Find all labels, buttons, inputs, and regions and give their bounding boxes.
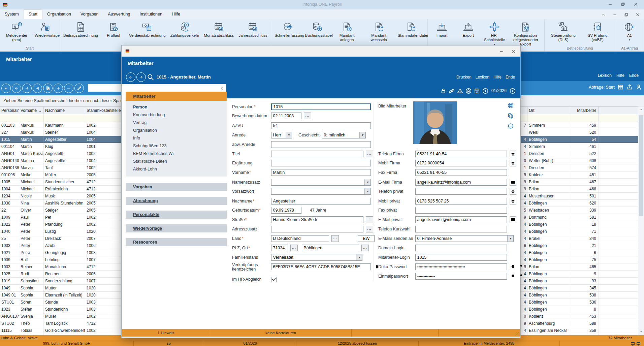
table-row[interactable]: 6 Böblingen 21 — [521, 242, 638, 249]
table-row[interactable]: ANG0138 Marvin Tarif 1002 — [0, 164, 121, 171]
dialog-link[interactable]: Ende — [506, 75, 515, 80]
minimize-icon[interactable] — [608, 1, 613, 6]
table-row[interactable]: 1 Dresden 574 — [521, 164, 638, 171]
copy-record-icon[interactable] — [43, 84, 53, 93]
land-input[interactable]: D Deutschland — [271, 235, 329, 242]
sidebar-item[interactable]: Statistische Daten — [126, 158, 227, 165]
add-record-icon[interactable] — [54, 84, 63, 93]
table-row[interactable]: 9 Brilon 468 — [521, 186, 638, 193]
region-input[interactable]: BW — [358, 235, 375, 242]
filter-row[interactable] — [521, 114, 638, 122]
table-row[interactable]: 1234 Nicole Musk 2005 — [0, 193, 121, 200]
table-row[interactable]: 4 Böblingen 71 — [521, 228, 638, 235]
column-header[interactable] — [521, 107, 527, 114]
column-header[interactable]: Mitarbeiter — [569, 107, 599, 114]
table-row[interactable]: 1023 Stefan Stundenlohn 1003 — [0, 306, 121, 313]
resize-grip[interactable] — [515, 332, 519, 336]
fax-privat-input[interactable] — [415, 207, 507, 214]
phone-icon[interactable] — [510, 160, 516, 166]
table-row[interactable]: 4 Böblingen 8 — [521, 306, 638, 313]
ribbon-button[interactable]: SV-Prüfung (euBP) — [581, 20, 614, 45]
mobil-privat-input[interactable]: 0173 525 587 25 — [415, 198, 507, 205]
anrede-select[interactable]: Herr — [271, 132, 292, 138]
person-icon[interactable] — [465, 88, 472, 94]
plz-input[interactable]: 71034 — [271, 245, 288, 251]
header-link[interactable]: Ende — [629, 73, 639, 78]
close-icon[interactable] — [633, 1, 639, 6]
sidebar-group[interactable]: Personalakte — [126, 211, 227, 219]
familienstand-select[interactable]: Verheiratet — [271, 254, 362, 261]
lookup-icon[interactable] — [290, 245, 298, 251]
telefon-firma-input[interactable]: 05221 91 40-54 — [415, 151, 507, 157]
vorname-input[interactable]: Martin — [271, 169, 371, 176]
table-row[interactable]: 0 Koblenz 453 — [521, 313, 638, 320]
grid-view-icon[interactable] — [617, 84, 624, 90]
table-row[interactable]: ANG0137 Svenja Müller 1002 — [0, 313, 121, 320]
menu-tab[interactable]: Start — [24, 9, 42, 19]
namenszusatz-select[interactable] — [271, 179, 371, 186]
ribbon-button[interactable]: Schnellerfassung — [272, 20, 303, 41]
ribbon-button[interactable]: 31 Monatsabschluss — [201, 20, 236, 41]
vorsatzwort-select[interactable] — [271, 188, 371, 195]
restore-icon[interactable] — [620, 1, 626, 6]
table-row[interactable]: STU02 Theo Tarif Logistik 4712 — [0, 320, 121, 327]
doku-passwort-input[interactable]: ●●●●●●●●●●●●●●●●●●●●●●●●●●●●●●●●●●●●●● — [415, 263, 507, 270]
lookup-icon[interactable] — [366, 151, 373, 157]
table-row[interactable]: 4 Böblingen 9 — [521, 271, 638, 278]
table-row[interactable]: 22 Oliver Steiger 2005 — [0, 207, 121, 214]
lookup-icon[interactable] — [366, 216, 373, 223]
scrollbar-thumb[interactable] — [639, 115, 643, 216]
remove-photo-icon[interactable] — [508, 123, 514, 129]
delete-record-icon[interactable] — [64, 84, 73, 93]
table-row[interactable]: 1039 Ralf Lehrling 1007 — [0, 256, 121, 263]
table-row[interactable]: 4 Böblingen 6 — [521, 249, 638, 256]
phone-icon[interactable] — [510, 151, 516, 157]
telefon-privat-input[interactable] — [415, 188, 507, 195]
vertical-scrollbar[interactable]: ▲ ▼ — [638, 106, 644, 335]
bewerbungsdatum-input[interactable]: 02.11.2003 — [271, 113, 301, 119]
phone-icon[interactable] — [510, 188, 516, 195]
table-row[interactable]: 1019 Sebastian Sonderzahlung 1007 — [0, 278, 121, 285]
dialog-link[interactable]: Hilfe — [493, 75, 502, 80]
table-row[interactable]: 0 Wetter (Ruhr) 608 — [521, 157, 638, 164]
table-row[interactable]: 4 Böblingen 75 — [521, 256, 638, 263]
user-icon[interactable] — [636, 84, 642, 90]
ribbon-button[interactable]: € A1 ▾ — [616, 20, 643, 41]
header-link[interactable]: Hilfe — [616, 73, 624, 78]
collapse-sidebar-icon[interactable] — [220, 85, 224, 91]
geburtsdatum-input[interactable]: 09.09.1978 — [271, 207, 301, 214]
sidebar-item[interactable]: Akkord-Lohn — [126, 165, 227, 173]
table-row[interactable]: 001096 Meike Müller 2005 — [0, 171, 121, 179]
table-row[interactable]: 1004 Michael Prämienlohn 4712 — [0, 186, 121, 193]
ribbon-button[interactable]: HR-Schnittstelle ▾ — [481, 20, 508, 45]
emails-senden-select[interactable]: 0: Firmen-Adresse — [415, 235, 514, 242]
verknuepfungskennzeichen-input[interactable]: 6FF03D7E-86FA-4CB7-ACDB-5058748B815E — [271, 263, 371, 270]
menu-tab[interactable]: Organisation — [42, 10, 76, 19]
titel-input[interactable] — [271, 151, 363, 157]
menu-tab[interactable]: Vorgaben — [76, 10, 103, 19]
ribbon-button[interactable]: 12 Jahresabschluss — [236, 20, 270, 41]
nav-prev-icon[interactable] — [12, 84, 21, 93]
table-row[interactable]: STU01 Sören Stunde 1003 — [0, 299, 121, 306]
scroll-down-icon[interactable]: ▼ — [638, 330, 644, 333]
ribbon-button[interactable]: Buchungsstapel — [303, 20, 331, 41]
lock-icon[interactable] — [440, 88, 446, 94]
table-row[interactable]: 001104 Martin Klug 1001 — [0, 143, 121, 150]
geschlecht-select[interactable]: 0: männlich — [322, 132, 366, 138]
sidebar-header[interactable]: Mitarbeiter — [126, 92, 227, 101]
table-row[interactable]: ANG0140 Martina Angestellte 1004 — [0, 157, 121, 164]
table-row[interactable]: 1009 Paul Pet 1002 — [0, 214, 121, 221]
nav-last-icon[interactable] — [33, 84, 42, 93]
key-icon[interactable] — [519, 263, 525, 270]
table-row[interactable]: 4 Böblingen 345 — [521, 285, 638, 292]
column-header[interactable]: Personalnr — [0, 107, 19, 114]
minimize-icon[interactable] — [612, 11, 618, 17]
ribbon-button[interactable]: Mandant anlegen — [331, 20, 362, 45]
einmalpasswort-input[interactable]: ●●●●●●●●●●●●●● — [415, 273, 507, 280]
table-row[interactable]: 1033 Peter Azubi 1006 — [0, 242, 121, 249]
table-row[interactable]: 4 Esslingen am Neckar 358 — [521, 327, 638, 334]
table-row[interactable]: 9 Brilon 467 — [521, 179, 638, 186]
camera-icon[interactable] — [508, 102, 514, 108]
table-row[interactable]: 4 Böblingen 54 — [521, 136, 638, 143]
copy-photo-icon[interactable] — [508, 113, 514, 119]
